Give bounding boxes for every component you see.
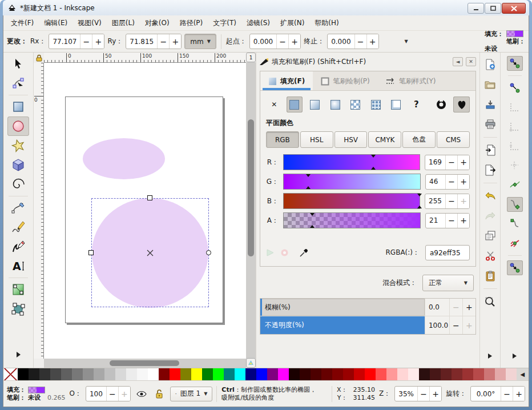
horizontal-scrollbar[interactable] (44, 359, 246, 368)
ry-decrement[interactable]: − (157, 34, 169, 49)
opacity-decrement[interactable]: − (449, 316, 462, 334)
close-button[interactable] (502, 3, 526, 14)
palette-swatch[interactable] (462, 368, 473, 380)
rotation-decrement[interactable]: − (501, 387, 513, 401)
palette-swatch[interactable] (159, 368, 170, 380)
snap-intersections-button[interactable] (507, 236, 523, 251)
snap-path-nodes-button[interactable] (507, 216, 523, 231)
snap-bbox-corners-button[interactable] (507, 119, 523, 134)
paint-linear-gradient-button[interactable] (307, 97, 323, 112)
palette-swatch[interactable] (72, 368, 83, 380)
zoom-decrement[interactable]: − (417, 387, 429, 401)
tool-mesh-gradient[interactable] (7, 299, 29, 319)
object-opacity-increment[interactable]: + (118, 387, 130, 401)
dialog-previous-button[interactable]: ◄ (453, 57, 463, 66)
palette-swatch[interactable] (452, 368, 462, 380)
snap-nodes-button[interactable] (507, 178, 523, 192)
opacity-slider[interactable]: 不透明度(%) (260, 316, 425, 334)
paint-pattern-button[interactable] (347, 97, 364, 112)
fill-rule-evenodd-button[interactable] (433, 97, 450, 112)
minimize-button[interactable] (467, 3, 484, 14)
paint-unknown-button[interactable]: ? (408, 97, 425, 112)
palette-swatch[interactable] (430, 368, 441, 380)
snap-bbox-edges-button[interactable] (507, 100, 523, 115)
rx-decrement[interactable]: − (80, 34, 92, 49)
red-slider[interactable] (283, 154, 420, 170)
start-increment[interactable]: + (288, 34, 300, 49)
palette-swatch[interactable] (224, 368, 235, 380)
blue-increment[interactable]: + (457, 194, 469, 208)
tab-stroke-paint[interactable]: 笔刷绘制(P) (313, 71, 378, 90)
palette-swatch[interactable] (397, 368, 408, 380)
end-decrement[interactable]: − (354, 34, 366, 49)
alpha-slider[interactable] (283, 212, 421, 228)
palette-swatch[interactable] (29, 368, 39, 380)
colorspace-cmyk[interactable]: CMYK (368, 131, 401, 148)
color-managed-display-toggle[interactable] (246, 358, 256, 368)
alpha-input[interactable]: 21 (426, 214, 445, 228)
red-increment[interactable]: + (457, 155, 469, 170)
red-decrement[interactable]: − (445, 155, 457, 170)
redo-button[interactable] (482, 208, 498, 223)
drawing-viewport[interactable] (44, 63, 246, 359)
rotation-increment[interactable]: + (513, 387, 525, 401)
blend-mode-dropdown[interactable]: 正常 ▼ (422, 275, 474, 291)
toolbox-overflow-button[interactable] (7, 345, 29, 364)
fill-color-swatch[interactable] (28, 387, 45, 393)
tool-pen[interactable] (7, 198, 29, 218)
new-document-button[interactable] (482, 57, 498, 72)
paint-swatch-pattern-button[interactable] (368, 97, 384, 112)
colorspace-cms[interactable]: CMS (437, 131, 470, 148)
colorspace-rgb[interactable]: RGB (266, 131, 299, 148)
menu-text[interactable]: 文字(T) (208, 15, 241, 31)
palette-swatch[interactable] (321, 368, 332, 380)
ry-increment[interactable]: + (169, 34, 181, 49)
palette-swatch[interactable] (343, 368, 354, 380)
snap-overflow-button[interactable] (507, 348, 523, 363)
colorspace-wheel[interactable]: 色盘 (402, 131, 436, 148)
palette-none-swatch[interactable] (3, 368, 18, 380)
maximize-button[interactable] (485, 3, 501, 14)
eyedropper-icon[interactable] (299, 248, 309, 258)
palette-swatch[interactable] (180, 368, 191, 380)
paste-button[interactable] (482, 268, 498, 283)
blur-value[interactable]: 0.0 (425, 299, 449, 316)
cut-button[interactable] (482, 248, 498, 263)
zoom-increment[interactable]: + (429, 387, 441, 401)
ellipse-rx-handle[interactable] (88, 250, 94, 255)
palette-swatch[interactable] (94, 368, 104, 380)
palette-swatch[interactable] (408, 368, 419, 380)
palette-swatch[interactable] (39, 368, 50, 380)
palette-swatch[interactable] (354, 368, 365, 380)
menu-help[interactable]: 帮助(H) (309, 15, 344, 31)
palette-swatch[interactable] (256, 368, 267, 380)
print-button[interactable] (482, 117, 498, 132)
vertical-scrollbar-thumb[interactable] (248, 119, 254, 256)
paint-none-button[interactable]: ✕ (266, 97, 283, 112)
menu-edit[interactable]: 编辑(E) (39, 15, 72, 31)
blue-input[interactable]: 255 (425, 194, 445, 208)
palette-swatch[interactable] (386, 368, 397, 380)
snap-path-button[interactable] (507, 197, 523, 212)
tool-rectangle[interactable] (7, 97, 29, 116)
menu-path[interactable]: 路径(P) (175, 15, 208, 31)
palette-swatch[interactable] (245, 368, 256, 380)
tab-fill[interactable]: 填充(F) (260, 71, 313, 90)
zoom-input[interactable]: 35% (395, 387, 417, 401)
palette-swatch[interactable] (278, 368, 289, 380)
paint-radial-gradient-button[interactable] (327, 97, 344, 112)
units-dropdown[interactable]: mm ▼ (184, 34, 216, 49)
current-layer-dropdown[interactable]: · 图层 1 ▼ (170, 387, 212, 401)
palette-swatch[interactable] (365, 368, 376, 380)
ry-input[interactable]: 71.815 (126, 34, 157, 49)
guide-lock-button[interactable] (34, 53, 44, 63)
rx-input[interactable]: 77.107 (49, 34, 80, 49)
layer-visibility-toggle[interactable] (135, 388, 148, 400)
green-input[interactable]: 46 (426, 175, 445, 189)
tool-spiral[interactable] (7, 175, 29, 194)
palette-swatch[interactable] (50, 368, 61, 380)
palette-swatch[interactable] (83, 368, 94, 380)
palette-swatch[interactable] (170, 368, 180, 380)
palette-swatch[interactable] (267, 368, 278, 380)
tool-pencil[interactable] (7, 218, 29, 237)
